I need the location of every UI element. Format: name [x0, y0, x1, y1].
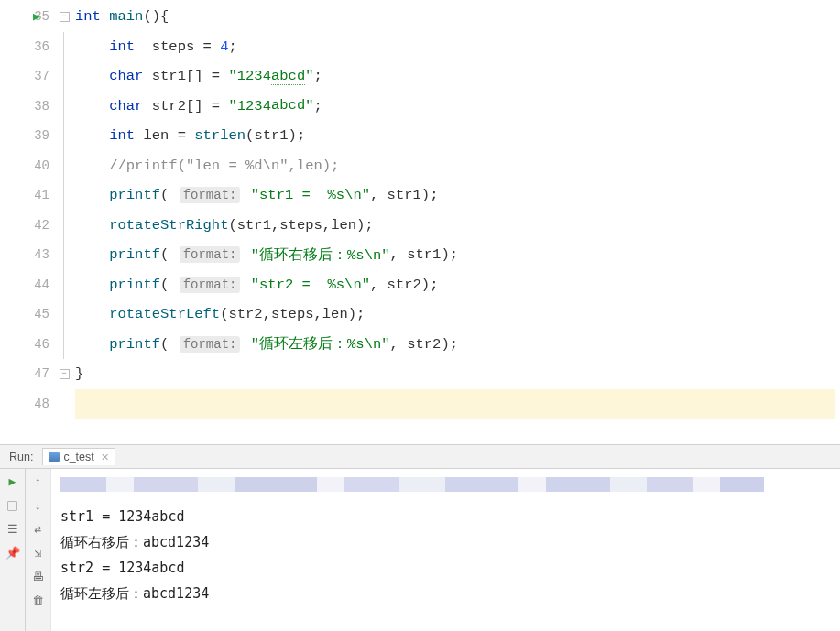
code-area[interactable]: int main(){ int steps = 4; char str1[] =…	[71, 0, 840, 444]
gutter-line[interactable]: 36	[0, 32, 57, 62]
scroll-icon[interactable]: ⇲	[31, 546, 46, 560]
code-line: char str2[] = "1234abcd";	[75, 92, 840, 122]
stop-icon[interactable]	[5, 498, 20, 513]
line-number: 45	[27, 307, 49, 321]
gutter-line[interactable]: 45	[0, 299, 57, 330]
code-line: printf( format: "str2 = %s\n", str2);	[75, 270, 840, 300]
code-line: int len = strlen(str1);	[75, 121, 840, 151]
code-line: printf( format: "str1 = %s\n", str1);	[75, 180, 840, 211]
code-line: int main(){	[75, 2, 840, 32]
down-icon[interactable]: ↓	[31, 498, 46, 513]
line-number: 40	[27, 158, 49, 173]
wrap-icon[interactable]: ⇄	[31, 522, 46, 537]
console-line: str2 = 1234abcd	[60, 555, 831, 581]
gutter-line[interactable]: 40	[0, 151, 57, 181]
line-number: 41	[27, 188, 49, 202]
line-number: 48	[27, 397, 49, 411]
code-line: printf( format: "循环右移后：%s\n", str1);	[75, 240, 840, 270]
fold-guide	[63, 32, 64, 62]
layout-icon[interactable]: ☰	[5, 522, 20, 537]
line-number: 37	[27, 69, 49, 83]
code-line: int steps = 4;	[75, 32, 840, 62]
trash-icon[interactable]: 🗑	[31, 593, 46, 608]
print-icon[interactable]: 🖶	[31, 570, 46, 584]
code-line: char str1[] = "1234abcd";	[75, 61, 840, 92]
gutter-line[interactable]: 44	[0, 270, 57, 300]
console-line: str1 = 1234abcd	[60, 504, 831, 529]
code-line: rotateStrLeft(str2,steps,len);	[75, 299, 840, 330]
run-header: Run: c_test ✕	[0, 445, 840, 469]
up-icon[interactable]: ↑	[31, 474, 46, 489]
gutter-line[interactable]: 43	[0, 240, 57, 270]
gutter-line[interactable]: 39	[0, 121, 57, 151]
fold-guide	[63, 299, 64, 330]
fold-guide	[63, 151, 64, 181]
fold-guide	[63, 92, 64, 122]
gutter-line[interactable]: 48	[0, 389, 57, 419]
run-toolbar-inner: ↑ ↓ ⇄ ⇲ 🖶 🗑	[26, 469, 51, 631]
console-output[interactable]: str1 = 1234abcd 循环右移后：abcd1234 str2 = 12…	[51, 469, 840, 631]
gutter: 35 ▶ 36 37 38 39 40 41 42 43 44 45 46 47…	[0, 0, 57, 444]
run-config-icon	[49, 452, 60, 462]
run-label: Run:	[9, 451, 33, 463]
code-line: }	[75, 359, 840, 389]
gutter-line[interactable]: 35 ▶	[0, 2, 57, 32]
gutter-line[interactable]: 37	[0, 61, 57, 92]
console-line: 循环左移后：abcd1234	[60, 581, 831, 606]
redacted-line	[60, 474, 831, 495]
code-line: //printf("len = %d\n",len);	[75, 151, 840, 181]
code-line: rotateStrRight(str1,steps,len);	[75, 211, 840, 241]
parameter-hint: format:	[180, 336, 241, 353]
fold-guide	[63, 180, 64, 211]
parameter-hint: format:	[180, 187, 241, 203]
run-toolbar-left: ▶ ☰ 📌	[0, 469, 26, 631]
fold-guide	[63, 330, 64, 360]
gutter-line[interactable]: 38	[0, 92, 57, 122]
run-tab-label: c_test	[63, 451, 93, 463]
line-number: 46	[27, 337, 49, 352]
run-panel: Run: c_test ✕ ▶ ☰ 📌 ↑ ↓ ⇄ ⇲ 🖶 🗑	[0, 445, 840, 631]
fold-toggle-icon[interactable]: −	[60, 12, 70, 22]
line-number: 44	[27, 277, 49, 292]
console-line: 循环右移后：abcd1234	[60, 529, 831, 555]
fold-guide	[63, 121, 64, 151]
parameter-hint: format:	[180, 246, 241, 263]
line-number: 43	[27, 247, 49, 262]
fold-column: − −	[57, 0, 71, 444]
gutter-line[interactable]: 46	[0, 330, 57, 360]
parameter-hint: format:	[180, 277, 241, 293]
run-tab[interactable]: c_test ✕	[42, 448, 115, 465]
fold-guide	[63, 211, 64, 241]
fold-guide	[63, 270, 64, 300]
gutter-line[interactable]: 41	[0, 180, 57, 211]
rerun-icon[interactable]: ▶	[5, 474, 20, 489]
line-number: 47	[27, 366, 49, 381]
line-number: 42	[27, 218, 49, 233]
close-icon[interactable]: ✕	[101, 451, 109, 463]
code-editor: 35 ▶ 36 37 38 39 40 41 42 43 44 45 46 47…	[0, 0, 840, 444]
gutter-line[interactable]: 47	[0, 359, 57, 389]
line-number: 36	[27, 39, 49, 54]
code-line: printf( format: "循环左移后：%s\n", str2);	[75, 330, 840, 360]
code-line-current	[75, 389, 835, 419]
line-number: 39	[27, 128, 49, 143]
fold-toggle-icon[interactable]: −	[60, 369, 70, 379]
gutter-line[interactable]: 42	[0, 211, 57, 241]
run-gutter-icon[interactable]: ▶	[33, 9, 40, 24]
run-body: ▶ ☰ 📌 ↑ ↓ ⇄ ⇲ 🖶 🗑	[0, 469, 840, 631]
pin-icon[interactable]: 📌	[5, 546, 20, 560]
fold-guide	[63, 61, 64, 92]
fold-guide	[63, 240, 64, 270]
line-number: 38	[27, 99, 49, 114]
